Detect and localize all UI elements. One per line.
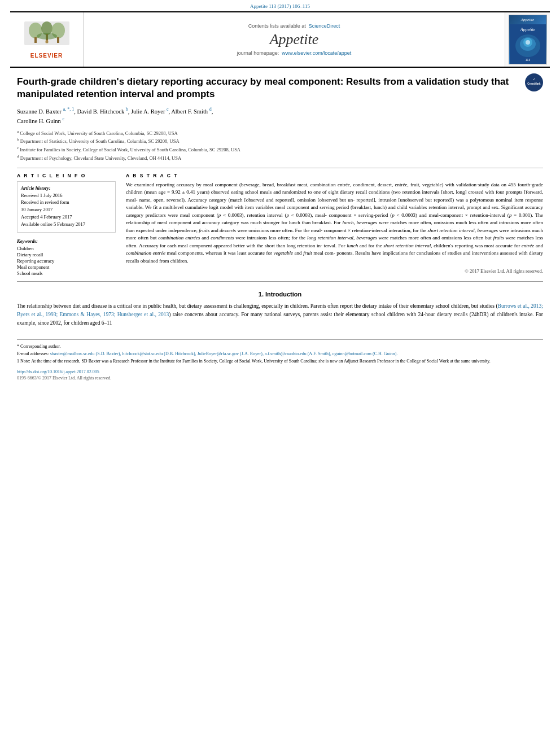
accepted-date: Accepted 4 February 2017 [21, 214, 112, 221]
article-info-heading: A R T I C L E I N F O [17, 173, 116, 178]
keyword-2: Dietary recall [17, 252, 116, 257]
homepage-link[interactable]: www.elsevier.com/locate/appet [282, 50, 351, 56]
journal-cover-box: Appetite Appetite 113 [505, 12, 550, 67]
affiliations: a College of Social Work, University of … [17, 129, 543, 162]
keyword-3: Reporting accuracy [17, 258, 116, 264]
journal-reference-bar: Appetite 113 (2017) 106–115 [0, 0, 560, 11]
abstract-heading: A B S T R A C T [126, 173, 543, 178]
abstract-text: We examined reporting accuracy by meal c… [126, 181, 543, 265]
journal-ref-text: Appetite 113 (2017) 106–115 [250, 3, 310, 9]
email-addresses[interactable]: sbaxter@mailbox.sc.edu (S.D. Baxter), hi… [50, 351, 398, 356]
svg-rect-4 [34, 37, 37, 43]
svg-text:CrossMark: CrossMark [527, 82, 541, 85]
sciencedirect-line: Contents lists available at ScienceDirec… [248, 23, 340, 29]
cover-illustration: Appetite 113 [510, 24, 546, 64]
keyword-1: Children [17, 246, 116, 251]
elsevier-logo-box: ELSEVIER [10, 12, 84, 67]
footnotes: * Corresponding author. E-mail addresses… [17, 339, 543, 382]
sciencedirect-link[interactable]: ScienceDirect [309, 23, 340, 29]
received-date: Received 1 July 2016 [21, 193, 112, 199]
svg-point-8 [45, 40, 49, 43]
keyword-5: School meals [17, 270, 116, 276]
article-history-label: Article history: [21, 185, 112, 191]
corresponding-note: * Corresponding author. [17, 343, 543, 350]
page: Appetite 113 (2017) 106–115 [0, 0, 560, 747]
email-label: E-mail addresses: [17, 351, 49, 356]
svg-point-14 [526, 40, 530, 45]
cover-title: Appetite [511, 18, 545, 22]
introduction-section: 1. Introduction The relationship between… [17, 291, 543, 328]
contents-text: Contents lists available at [248, 23, 306, 29]
elsevier-label: ELSEVIER [30, 53, 63, 59]
crossmark-badge[interactable]: ✓ CrossMark [525, 73, 543, 91]
cover-image: Appetite Appetite 113 [509, 15, 547, 64]
article-info-column: A R T I C L E I N F O Article history: R… [17, 173, 116, 277]
svg-rect-6 [57, 37, 59, 43]
crossmark-icon: ✓ CrossMark [525, 73, 543, 91]
intro-paragraph-1: The relationship between diet and diseas… [17, 302, 543, 328]
doi-link[interactable]: http://dx.doi.org/10.1016/j.appet.2017.0… [17, 369, 543, 375]
journal-title: Appetite [270, 31, 319, 48]
keywords-label: Keywords: [17, 238, 116, 244]
authors-line: Suzanne D. Baxter a, *, 1, David B. Hitc… [17, 106, 543, 126]
abstract-column: A B S T R A C T We examined reporting ac… [126, 173, 543, 277]
svg-text:113: 113 [525, 58, 530, 62]
divider-1 [17, 168, 543, 168]
affil-b: b Department of Statistics, University o… [17, 137, 543, 145]
article-info-box: Article history: Received 1 July 2016 Re… [17, 181, 116, 233]
svg-point-7 [37, 33, 57, 40]
affil-a: a College of Social Work, University of … [17, 129, 543, 137]
two-column-layout: A R T I C L E I N F O Article history: R… [17, 173, 543, 277]
intro-title: 1. Introduction [17, 291, 543, 298]
crossmark-svg: ✓ CrossMark [525, 73, 543, 91]
received-revised-date: 30 January 2017 [21, 207, 112, 213]
affil-c: c Institute for Families in Society, Col… [17, 146, 543, 154]
available-date: Available online 5 February 2017 [21, 221, 112, 228]
keyword-4: Meal component [17, 264, 116, 270]
footnote-1: 1 Note: At the time of the research, SD … [17, 358, 543, 364]
article-title: Fourth-grade children's dietary reportin… [17, 76, 543, 101]
email-note: E-mail addresses: sbaxter@mailbox.sc.edu… [17, 351, 543, 357]
divider-2 [17, 281, 543, 282]
journal-center: Contents lists available at ScienceDirec… [84, 12, 505, 67]
homepage-label: journal homepage: [237, 50, 279, 56]
copyright-line: © 2017 Elsevier Ltd. All rights reserved… [126, 268, 543, 274]
elsevier-tree-icon [21, 20, 72, 51]
journal-header: ELSEVIER Contents lists available at Sci… [10, 11, 550, 68]
received-revised-label: Received in revised form [21, 199, 112, 206]
issn-line: 0195-6663/© 2017 Elsevier Ltd. All right… [17, 375, 543, 381]
homepage-line: journal homepage: www.elsevier.com/locat… [237, 50, 352, 56]
affil-d: d Department of Psychology, Cleveland St… [17, 154, 543, 162]
svg-text:Appetite: Appetite [519, 27, 535, 32]
keywords-section: Keywords: Children Dietary recall Report… [17, 238, 116, 276]
article-body: ✓ CrossMark Fourth-grade children's diet… [0, 68, 560, 387]
elsevier-logo [21, 20, 72, 51]
svg-text:✓: ✓ [533, 77, 535, 81]
